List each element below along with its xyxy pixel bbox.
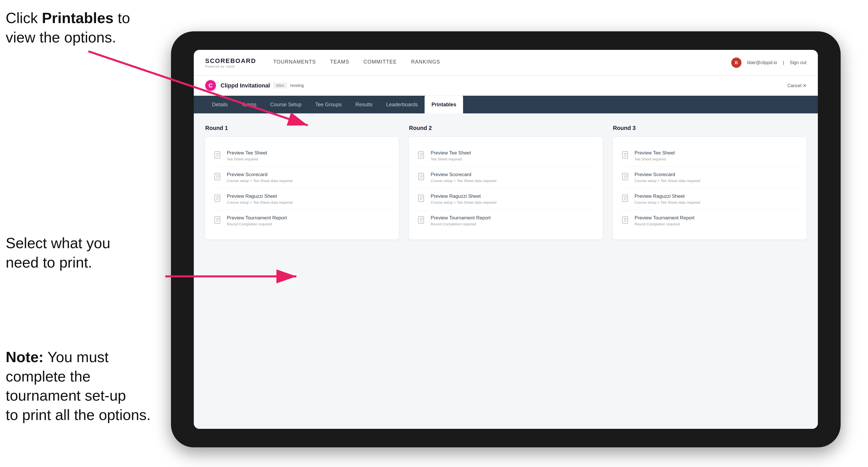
arrow-middle bbox=[157, 251, 305, 302]
document-icon bbox=[621, 151, 630, 160]
r1-tee-sheet[interactable]: Preview Tee Sheet Tee Sheet required bbox=[213, 145, 391, 167]
r2-scorecard-sub: Course setup + Tee Sheet data required bbox=[431, 179, 496, 183]
r3-raguzzi-label: Preview Raguzzi Sheet bbox=[634, 193, 701, 199]
nav-right: B blair@clippd.io | Sign out bbox=[731, 58, 806, 68]
round-2-title: Round 2 bbox=[409, 125, 602, 131]
round-3-column: Round 3 Preview Tee Sheet Tee Sheet requ… bbox=[613, 125, 806, 239]
r2-scorecard[interactable]: Preview Scorecard Course setup + Tee She… bbox=[417, 167, 594, 188]
r1-tee-sheet-label: Preview Tee Sheet bbox=[227, 150, 267, 156]
printables-bold: Printables bbox=[42, 10, 114, 26]
document-icon bbox=[621, 194, 630, 203]
nav-items: TOURNAMENTS TEAMS COMMITTEE RANKINGS bbox=[273, 59, 731, 66]
r1-scorecard[interactable]: Preview Scorecard Course setup + Tee She… bbox=[213, 167, 391, 188]
r2-raguzzi-label: Preview Raguzzi Sheet bbox=[431, 193, 496, 199]
sign-out-link[interactable]: | bbox=[783, 60, 784, 65]
document-icon bbox=[417, 151, 426, 160]
round-3-card: Preview Tee Sheet Tee Sheet required Pre… bbox=[613, 137, 806, 239]
r1-raguzzi-sub: Course setup + Tee Sheet data required bbox=[227, 200, 293, 205]
document-icon bbox=[213, 216, 222, 225]
r3-tee-sheet-sub: Tee Sheet required bbox=[634, 157, 675, 161]
r3-report-label: Preview Tournament Report bbox=[634, 215, 694, 221]
instruction-middle: Select what youneed to print. bbox=[6, 234, 171, 272]
r2-scorecard-label: Preview Scorecard bbox=[431, 172, 496, 178]
r2-report-label: Preview Tournament Report bbox=[431, 215, 490, 221]
sign-out-button[interactable]: Sign out bbox=[789, 60, 806, 65]
r1-report-sub: Round Completion required bbox=[227, 222, 287, 226]
document-icon bbox=[621, 173, 630, 182]
r3-tee-sheet[interactable]: Preview Tee Sheet Tee Sheet required bbox=[621, 145, 799, 167]
r1-scorecard-label: Preview Scorecard bbox=[227, 172, 293, 178]
document-icon bbox=[417, 173, 426, 182]
user-email: blair@clippd.io bbox=[747, 60, 777, 65]
document-icon bbox=[213, 151, 222, 160]
round-2-card: Preview Tee Sheet Tee Sheet required Pre… bbox=[409, 137, 602, 239]
r1-tee-sheet-sub: Tee Sheet required bbox=[227, 157, 267, 161]
tab-printables[interactable]: Printables bbox=[425, 96, 463, 114]
round-1-card: Preview Tee Sheet Tee Sheet required Pre… bbox=[205, 137, 399, 239]
document-icon bbox=[417, 194, 426, 203]
r2-tournament-report[interactable]: Preview Tournament Report Round Completi… bbox=[417, 210, 594, 231]
r2-tee-sheet-label: Preview Tee Sheet bbox=[431, 150, 471, 156]
instruction-top: Click Printables toview the options. bbox=[6, 8, 130, 47]
nav-committee[interactable]: COMMITTEE bbox=[364, 59, 397, 66]
r1-report-label: Preview Tournament Report bbox=[227, 215, 287, 221]
arrow-top bbox=[74, 43, 331, 145]
round-3-title: Round 3 bbox=[613, 125, 806, 131]
svg-line-1 bbox=[88, 51, 308, 125]
document-icon bbox=[417, 216, 426, 225]
r1-scorecard-sub: Course setup + Tee Sheet data required bbox=[227, 179, 293, 183]
r2-raguzzi[interactable]: Preview Raguzzi Sheet Course setup + Tee… bbox=[417, 188, 594, 210]
tab-results[interactable]: Results bbox=[348, 96, 379, 114]
r3-scorecard-label: Preview Scorecard bbox=[634, 172, 701, 178]
r3-raguzzi[interactable]: Preview Raguzzi Sheet Course setup + Tee… bbox=[621, 188, 799, 210]
document-icon bbox=[213, 194, 222, 203]
r1-raguzzi-label: Preview Raguzzi Sheet bbox=[227, 193, 293, 199]
r2-report-sub: Round Completion required bbox=[431, 222, 490, 226]
r1-tournament-report[interactable]: Preview Tournament Report Round Completi… bbox=[213, 210, 391, 231]
document-icon bbox=[621, 216, 630, 225]
r3-scorecard-sub: Course setup + Tee Sheet data required bbox=[634, 179, 701, 183]
r2-tee-sheet-sub: Tee Sheet required bbox=[431, 157, 471, 161]
document-icon bbox=[213, 173, 222, 182]
user-avatar: B bbox=[731, 58, 742, 68]
note-bold: Note: bbox=[6, 349, 43, 365]
r3-scorecard[interactable]: Preview Scorecard Course setup + Tee She… bbox=[621, 167, 799, 188]
instruction-bottom: Note: You mustcomplete thetournament set… bbox=[6, 348, 182, 425]
round-2-column: Round 2 Preview Tee Sheet Tee Sheet requ… bbox=[409, 125, 602, 239]
nav-teams[interactable]: TEAMS bbox=[330, 59, 349, 66]
nav-rankings[interactable]: RANKINGS bbox=[411, 59, 440, 66]
tab-leaderboards[interactable]: Leaderboards bbox=[379, 96, 425, 114]
r2-raguzzi-sub: Course setup + Tee Sheet data required bbox=[431, 200, 496, 205]
r2-tee-sheet[interactable]: Preview Tee Sheet Tee Sheet required bbox=[417, 145, 594, 167]
r1-raguzzi[interactable]: Preview Raguzzi Sheet Course setup + Tee… bbox=[213, 188, 391, 210]
r3-report-sub: Round Completion required bbox=[634, 222, 694, 226]
cancel-button[interactable]: Cancel ✕ bbox=[787, 83, 806, 88]
r3-tee-sheet-label: Preview Tee Sheet bbox=[634, 150, 675, 156]
r3-tournament-report[interactable]: Preview Tournament Report Round Completi… bbox=[621, 210, 799, 231]
r3-raguzzi-sub: Course setup + Tee Sheet data required bbox=[634, 200, 701, 205]
